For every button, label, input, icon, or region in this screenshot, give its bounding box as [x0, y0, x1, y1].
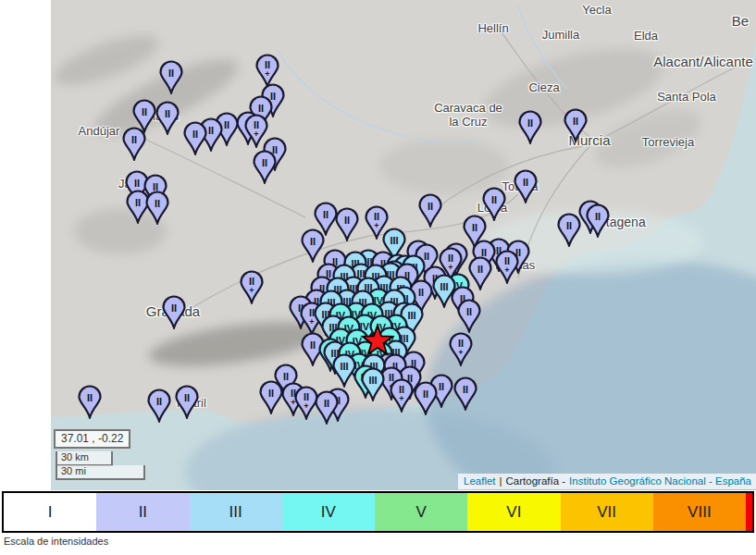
svg-text:III: III [368, 375, 377, 386]
scale-control-mi: 30 mi [56, 465, 145, 480]
markers-layer: II+IIIIIIIIIIIIIIIIIIII+IIIIIIIIIIIIIIII… [51, 0, 756, 490]
legend-segment-VIII: VIII [653, 493, 746, 531]
legend-segment-I: I [4, 493, 96, 531]
intensity-marker[interactable]: II [518, 110, 542, 144]
svg-text:II: II [428, 201, 433, 212]
svg-text:II: II [418, 287, 424, 298]
intensity-marker[interactable]: II [78, 385, 102, 419]
intensity-marker[interactable]: II [159, 60, 183, 94]
intensity-marker[interactable]: II [147, 388, 171, 423]
svg-text:II: II [87, 392, 93, 403]
svg-text:II: II [171, 302, 177, 314]
svg-text:II: II [523, 177, 528, 188]
attribution-separator: | [500, 475, 502, 487]
legend-segment-V: V [375, 493, 467, 531]
svg-text:II: II [323, 209, 328, 220]
svg-text:III: III [407, 310, 415, 321]
attribution-text: Cartografía - [506, 475, 566, 487]
svg-text:II: II [491, 194, 497, 205]
svg-text:+: + [254, 130, 258, 139]
map-canvas[interactable]: AndújarLinaresJaénGranadaMotrilHellínYec… [51, 0, 756, 490]
svg-text:II: II [283, 371, 289, 382]
intensity-marker[interactable]: II [259, 380, 283, 414]
intensity-marker[interactable]: II [175, 385, 199, 419]
intensity-scale-legend: IIIIIIIVVVIVIIVIII [2, 491, 754, 533]
intensity-marker[interactable]: II [301, 228, 325, 263]
legend-segment-overflow [746, 493, 752, 531]
svg-text:II: II [262, 157, 267, 168]
svg-text:III: III [340, 361, 348, 372]
svg-text:II: II [156, 396, 162, 407]
intensity-marker[interactable]: II [253, 150, 277, 184]
svg-text:II: II [310, 236, 316, 247]
svg-text:II: II [463, 384, 468, 395]
legend-segment-VII: VII [561, 493, 653, 531]
svg-text:II: II [168, 68, 174, 79]
svg-text:+: + [374, 221, 378, 230]
intensity-marker[interactable]: II [557, 213, 581, 247]
intensity-marker[interactable]: II+ [390, 378, 414, 413]
svg-text:II: II [324, 398, 329, 409]
intensity-marker[interactable]: II [335, 207, 359, 241]
intensity-marker[interactable]: II [453, 376, 477, 411]
svg-text:II: II [184, 392, 190, 403]
svg-text:III: III [440, 281, 448, 292]
intensity-marker[interactable]: II [418, 193, 442, 228]
svg-text:+: + [399, 394, 403, 403]
legend-segment-IV: IV [282, 493, 375, 531]
svg-text:II: II [134, 178, 140, 189]
legend-caption: Escala de intensidades [4, 536, 108, 547]
svg-text:+: + [458, 348, 463, 357]
intensity-marker[interactable]: II+ [240, 270, 264, 304]
svg-text:II: II [135, 197, 141, 208]
intensity-marker[interactable]: II [122, 127, 146, 161]
svg-text:II: II [566, 220, 572, 231]
legend-segment-VI: VI [467, 493, 560, 531]
svg-text:II: II [155, 198, 160, 209]
epicenter-star[interactable] [359, 323, 396, 364]
ign-link[interactable]: Instituto Geográfico Nacional - España [569, 475, 751, 487]
intensity-marker[interactable]: II [145, 191, 169, 225]
svg-text:II: II [268, 388, 274, 399]
svg-text:+: + [448, 263, 452, 272]
intensity-marker[interactable]: II [315, 390, 339, 425]
intensity-marker[interactable]: II [586, 204, 610, 238]
svg-text:II: II [310, 339, 316, 351]
svg-text:II: II [472, 222, 477, 233]
svg-text:II: II [344, 215, 350, 226]
intensity-marker[interactable]: II+ [495, 250, 519, 284]
intensity-marker[interactable]: II [564, 108, 588, 142]
svg-text:II: II [573, 116, 578, 127]
svg-text:II: II [192, 129, 198, 140]
svg-text:+: + [249, 286, 254, 295]
intensity-marker[interactable]: II [414, 381, 438, 415]
intensity-marker[interactable]: II [155, 101, 180, 135]
leaflet-link[interactable]: Leaflet [464, 475, 496, 487]
svg-text:II: II [595, 211, 601, 222]
coordinates-display: 37.01 , -0.22 [54, 429, 130, 449]
intensity-marker[interactable]: II+ [449, 332, 473, 366]
scale-control-km: 30 km [56, 451, 113, 466]
svg-text:II: II [208, 125, 214, 136]
intensity-marker[interactable]: II [162, 295, 186, 329]
svg-text:+: + [504, 265, 509, 275]
svg-text:II: II [466, 306, 472, 317]
page: AndújarLinaresJaénGranadaMotrilHellínYec… [0, 0, 756, 555]
intensity-marker[interactable]: II [514, 169, 538, 204]
intensity-marker[interactable]: III [361, 367, 385, 401]
legend-segment-III: III [190, 493, 282, 531]
svg-text:II: II [165, 108, 170, 119]
svg-text:II: II [131, 134, 137, 145]
svg-text:II: II [477, 264, 483, 275]
intensity-marker[interactable]: II [457, 299, 481, 333]
svg-text:III: III [390, 235, 398, 246]
svg-text:II: II [527, 117, 533, 129]
svg-text:II: II [423, 388, 428, 400]
attribution-bar: Leaflet | Cartografía - Instituto Geográ… [458, 474, 756, 489]
legend-segment-II: II [96, 493, 189, 531]
svg-text:II: II [224, 119, 229, 130]
svg-text:+: + [265, 69, 269, 79]
intensity-marker[interactable]: II [183, 121, 207, 155]
svg-text:+: + [304, 401, 308, 411]
svg-text:II: II [142, 106, 147, 117]
